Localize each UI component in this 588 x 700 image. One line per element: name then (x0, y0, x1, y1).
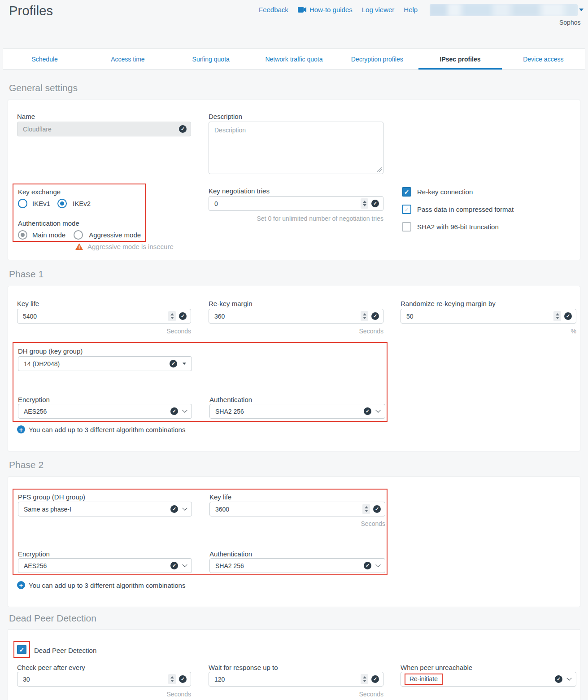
p1-encryption-label: Encryption (18, 396, 50, 403)
tab-schedule[interactable]: Schedule (3, 49, 86, 69)
phase1-heading: Phase 1 (9, 269, 44, 280)
p1-key-life-input[interactable]: ✓ (17, 309, 191, 324)
spinner-up-icon[interactable] (363, 313, 366, 315)
number-spinner[interactable] (362, 504, 370, 514)
rekey-connection-checkbox[interactable]: ✓ (402, 187, 411, 197)
spinner-down-icon[interactable] (365, 510, 368, 512)
p2-pfs-group-label: PFS group (DH group) (18, 493, 85, 501)
rekey-connection-label[interactable]: Re-key connection (417, 188, 473, 196)
check-peer-value[interactable] (17, 672, 191, 686)
valid-check-icon: ✓ (179, 125, 187, 133)
dpd-toggle-label[interactable]: Dead Peer Detection (34, 647, 96, 654)
log-viewer-link[interactable]: Log viewer (362, 6, 395, 13)
radio-ikev1-label[interactable]: IKEv1 (32, 200, 50, 207)
tab-ipsec-profiles[interactable]: IPsec profiles (418, 49, 501, 69)
spinner-down-icon[interactable] (170, 680, 174, 682)
sha2-truncation-label[interactable]: SHA2 with 96-bit truncation (417, 223, 499, 231)
number-spinner[interactable] (361, 674, 368, 684)
check-peer-input[interactable]: ✓ (17, 672, 191, 687)
radio-aggressive-mode[interactable] (74, 230, 83, 240)
p1-key-life-unit: Seconds (17, 328, 191, 335)
number-spinner[interactable] (168, 674, 176, 684)
spinner-down-icon[interactable] (363, 680, 366, 682)
spinner-down-icon[interactable] (363, 317, 366, 319)
dropdown-triangle-icon[interactable] (579, 9, 584, 11)
radio-selected-dot (21, 233, 25, 237)
name-label: Name (17, 113, 35, 120)
phase2-card: PFS group (DH group) Same as phase-I ✓ K… (8, 477, 580, 607)
tab-network-traffic-quota[interactable]: Network traffic quota (253, 49, 335, 69)
p1-randomize-value[interactable] (401, 309, 576, 323)
rekey-connection-option: ✓ Re-key connection (402, 187, 473, 197)
radio-main-mode-label[interactable]: Main mode (32, 231, 65, 239)
spinner-down-icon[interactable] (363, 204, 366, 206)
tab-access-time[interactable]: Access time (86, 49, 169, 69)
key-negotiation-label: Key negotiation tries (209, 187, 270, 195)
tab-surfing-quota[interactable]: Surfing quota (170, 49, 253, 69)
spinner-up-icon[interactable] (170, 676, 174, 678)
radio-ikev2-label[interactable]: IKEv2 (73, 200, 91, 207)
spinner-down-icon[interactable] (170, 317, 174, 319)
spinner-up-icon[interactable] (170, 313, 174, 315)
p2-key-life-unit: Seconds (209, 520, 385, 527)
p2-pfs-group-value: Same as phase-I (18, 506, 71, 513)
spinner-up-icon[interactable] (363, 201, 366, 203)
spinner-up-icon[interactable] (556, 313, 559, 315)
p1-encryption-select[interactable]: AES256 ✓ (18, 404, 192, 419)
phase2-heading: Phase 2 (9, 459, 44, 470)
plus-circle-icon[interactable]: + (17, 425, 25, 433)
peer-unreachable-select[interactable]: Re-initiate ✓ (401, 672, 576, 687)
warning-text: Aggressive mode is insecure (87, 243, 174, 250)
tab-device-access[interactable]: Device access (502, 49, 585, 69)
valid-check-icon: ✓ (371, 200, 379, 207)
spinner-up-icon[interactable] (365, 506, 368, 508)
account-selector[interactable] (430, 4, 578, 16)
radio-main-mode[interactable] (18, 230, 27, 240)
number-spinner[interactable] (168, 311, 176, 321)
p1-randomize-input[interactable]: ✓ (401, 309, 576, 324)
p1-rekey-margin-input[interactable]: ✓ (209, 309, 383, 324)
p1-dh-group-select[interactable]: 14 (DH2048) ✓ (18, 356, 192, 371)
number-spinner[interactable] (361, 198, 368, 209)
key-negotiation-input[interactable]: ✓ (209, 196, 383, 211)
p1-authentication-select[interactable]: SHA2 256 ✓ (209, 404, 385, 419)
description-input[interactable] (209, 122, 383, 174)
p2-pfs-group-select[interactable]: Same as phase-I ✓ (18, 502, 192, 516)
valid-check-icon: ✓ (371, 675, 379, 683)
compressed-format-option: ✓ Pass data in compressed format (402, 205, 514, 214)
tab-decryption-profiles[interactable]: Decryption profiles (335, 49, 418, 69)
plus-circle-icon[interactable]: + (17, 581, 25, 589)
key-negotiation-hint: Set 0 for unlimited number of negotiatio… (209, 215, 383, 222)
resize-grip-icon[interactable] (377, 167, 382, 172)
p2-key-life-input[interactable]: ✓ (209, 502, 385, 516)
radio-ikev1[interactable] (18, 199, 27, 208)
wait-response-input[interactable]: ✓ (209, 672, 383, 687)
check-peer-unit: Seconds (17, 691, 191, 698)
valid-check-icon: ✓ (373, 505, 381, 513)
spinner-down-icon[interactable] (556, 317, 559, 319)
p1-rekey-margin-unit: Seconds (209, 328, 383, 335)
compressed-format-label[interactable]: Pass data in compressed format (417, 206, 514, 213)
valid-check-icon: ✓ (170, 505, 178, 513)
number-spinner[interactable] (361, 311, 368, 321)
p2-authentication-select[interactable]: SHA2 256 ✓ (209, 558, 385, 573)
dpd-checkbox[interactable]: ✓ (17, 645, 26, 654)
caret-down-icon (183, 363, 186, 365)
compressed-format-checkbox[interactable]: ✓ (402, 205, 411, 214)
sha2-truncation-checkbox[interactable]: ✓ (402, 222, 411, 232)
howto-guides-link[interactable]: How-to guides (298, 6, 353, 13)
wait-response-value[interactable] (209, 672, 383, 686)
spinner-up-icon[interactable] (363, 676, 366, 678)
p1-dh-group-label: DH group (key group) (18, 347, 83, 355)
p2-key-life-value[interactable] (210, 502, 385, 516)
key-exchange-options: IKEv1 IKEv2 (18, 199, 91, 208)
p1-key-life-value[interactable] (17, 309, 191, 323)
key-negotiation-value[interactable] (209, 197, 383, 210)
p1-rekey-margin-value[interactable] (209, 309, 383, 323)
radio-aggressive-mode-label[interactable]: Aggressive mode (89, 231, 141, 239)
number-spinner[interactable] (553, 311, 561, 321)
feedback-link[interactable]: Feedback (259, 6, 288, 13)
help-link[interactable]: Help (404, 6, 418, 13)
p2-encryption-select[interactable]: AES256 ✓ (18, 558, 192, 573)
radio-ikev2[interactable] (57, 199, 67, 208)
